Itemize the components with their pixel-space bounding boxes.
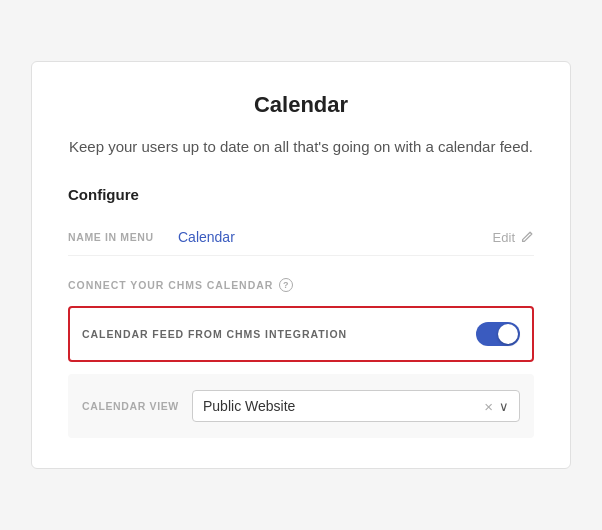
- page-subtitle: Keep your users up to date on all that's…: [68, 136, 534, 159]
- name-in-menu-label: NAME IN MENU: [68, 231, 178, 243]
- edit-button[interactable]: Edit: [493, 230, 534, 245]
- chevron-down-icon[interactable]: ∨: [499, 399, 509, 414]
- calendar-feed-toggle[interactable]: [476, 322, 520, 346]
- toggle-track[interactable]: [476, 322, 520, 346]
- select-clear-icon[interactable]: ×: [484, 399, 493, 414]
- name-in-menu-row: NAME IN MENU Calendar Edit: [68, 219, 534, 256]
- calendar-view-select[interactable]: Public Website × ∨: [192, 390, 520, 422]
- calendar-view-section: CALENDAR VIEW Public Website × ∨: [68, 374, 534, 438]
- calendar-feed-row: CALENDAR FEED FROM CHMS INTEGRATION: [68, 306, 534, 362]
- calendar-card: Calendar Keep your users up to date on a…: [31, 61, 571, 470]
- toggle-thumb: [498, 324, 518, 344]
- calendar-view-row: CALENDAR VIEW Public Website × ∨: [82, 390, 520, 422]
- page-title: Calendar: [68, 92, 534, 118]
- connect-chms-label: CONNECT YOUR CHMS CALENDAR: [68, 279, 273, 291]
- select-actions: × ∨: [484, 399, 509, 414]
- help-icon[interactable]: ?: [279, 278, 293, 292]
- edit-label: Edit: [493, 230, 515, 245]
- select-value: Public Website: [203, 398, 484, 414]
- configure-heading: Configure: [68, 186, 534, 203]
- edit-icon: [520, 230, 534, 244]
- calendar-view-label: CALENDAR VIEW: [82, 400, 192, 412]
- calendar-feed-label: CALENDAR FEED FROM CHMS INTEGRATION: [82, 328, 476, 340]
- connect-chms-section: CONNECT YOUR CHMS CALENDAR ?: [68, 278, 534, 292]
- name-in-menu-value: Calendar: [178, 229, 493, 245]
